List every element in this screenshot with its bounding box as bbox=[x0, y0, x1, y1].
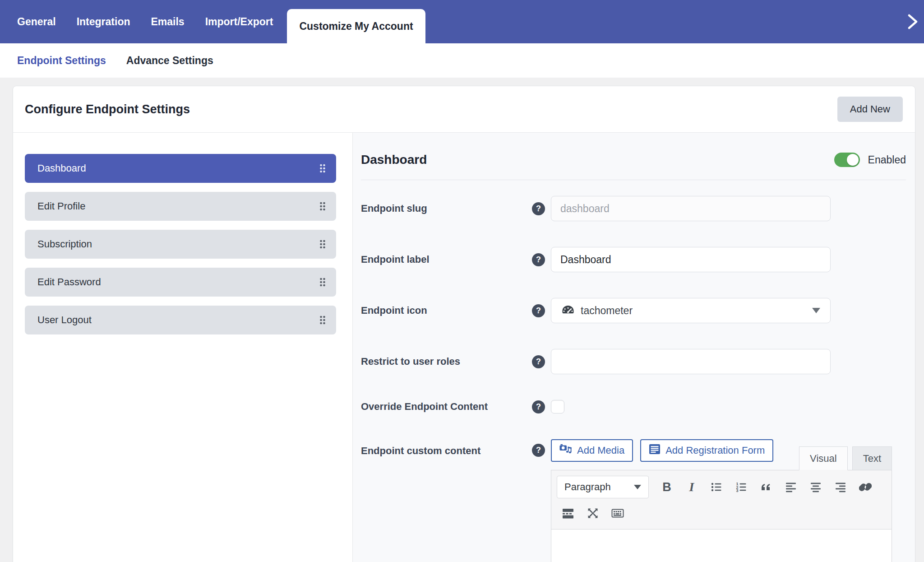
editor-toolbar: Paragraph B I 123 bbox=[551, 470, 892, 529]
add-media-label: Add Media bbox=[577, 445, 624, 456]
blockquote-icon[interactable] bbox=[755, 476, 777, 498]
help-icon[interactable]: ? bbox=[532, 202, 545, 215]
endpoint-item-label: Edit Password bbox=[37, 276, 101, 288]
drag-handle-icon[interactable] bbox=[319, 239, 326, 249]
tab-general[interactable]: General bbox=[17, 0, 56, 43]
form-list-icon bbox=[649, 443, 661, 458]
add-new-button[interactable]: Add New bbox=[837, 97, 903, 122]
endpoint-list: Dashboard Edit Profile Subscription bbox=[13, 133, 353, 562]
chevron-down-icon bbox=[812, 308, 820, 313]
editor-tab-visual[interactable]: Visual bbox=[799, 446, 848, 470]
page-title: Configure Endpoint Settings bbox=[25, 102, 190, 116]
help-icon[interactable]: ? bbox=[532, 400, 545, 413]
toggle-knob bbox=[847, 154, 859, 166]
subnav-advance-settings[interactable]: Advance Settings bbox=[126, 55, 213, 67]
page-background: Configure Endpoint Settings Add New Dash… bbox=[0, 78, 924, 562]
card-header: Configure Endpoint Settings Add New bbox=[13, 86, 915, 133]
field-label: Endpoint label bbox=[361, 254, 532, 265]
editor-content-area[interactable] bbox=[551, 529, 892, 562]
tab-integration[interactable]: Integration bbox=[77, 0, 130, 43]
endpoint-icon-select[interactable]: tachometer bbox=[551, 298, 831, 323]
endpoint-item-dashboard[interactable]: Dashboard bbox=[25, 154, 336, 183]
help-icon[interactable]: ? bbox=[532, 355, 545, 368]
endpoint-item-user-logout[interactable]: User Logout bbox=[25, 306, 336, 334]
numbered-list-icon[interactable]: 123 bbox=[730, 476, 753, 498]
field-label: Endpoint icon bbox=[361, 305, 532, 316]
field-row-endpoint-icon: Endpoint icon ? bbox=[361, 298, 906, 323]
link-icon[interactable] bbox=[854, 476, 877, 498]
top-nav-bar: General Integration Emails Import/Export… bbox=[0, 0, 924, 43]
field-label: Restrict to user roles bbox=[361, 356, 532, 367]
fullscreen-icon[interactable] bbox=[582, 502, 604, 525]
paragraph-dropdown[interactable]: Paragraph bbox=[557, 476, 649, 498]
endpoint-item-label: Edit Profile bbox=[37, 200, 85, 212]
chevron-right-icon[interactable] bbox=[907, 13, 919, 30]
panel-divider bbox=[361, 180, 906, 180]
field-row-endpoint-slug: Endpoint slug ? bbox=[361, 196, 906, 221]
add-registration-form-label: Add Registration Form bbox=[665, 445, 765, 456]
endpoint-title: Dashboard bbox=[361, 153, 427, 167]
drag-handle-icon[interactable] bbox=[319, 163, 326, 173]
chevron-down-icon bbox=[634, 485, 641, 489]
add-media-button[interactable]: Add Media bbox=[551, 439, 633, 462]
endpoint-item-label: User Logout bbox=[37, 314, 92, 326]
add-media-icon bbox=[559, 444, 572, 457]
endpoint-slug-input[interactable] bbox=[551, 196, 831, 221]
field-row-override-content: Override Endpoint Content ? bbox=[361, 400, 906, 413]
italic-button[interactable]: I bbox=[680, 476, 703, 498]
endpoint-settings-card: Configure Endpoint Settings Add New Dash… bbox=[13, 86, 915, 562]
read-more-tag-icon[interactable] bbox=[557, 502, 579, 525]
bulleted-list-icon[interactable] bbox=[705, 476, 728, 498]
field-label: Endpoint custom content bbox=[361, 439, 532, 457]
subnav-endpoint-settings[interactable]: Endpoint Settings bbox=[17, 55, 106, 67]
enabled-label: Enabled bbox=[868, 154, 906, 166]
field-label: Override Endpoint Content bbox=[361, 401, 532, 413]
tab-emails[interactable]: Emails bbox=[151, 0, 185, 43]
endpoint-item-subscription[interactable]: Subscription bbox=[25, 230, 336, 259]
endpoint-icon-value: tachometer bbox=[581, 305, 633, 317]
align-left-icon[interactable] bbox=[780, 476, 802, 498]
help-icon[interactable]: ? bbox=[532, 304, 545, 317]
sub-nav: Endpoint Settings Advance Settings bbox=[0, 43, 924, 78]
align-right-icon[interactable] bbox=[829, 476, 852, 498]
add-registration-form-button[interactable]: Add Registration Form bbox=[640, 439, 773, 462]
drag-handle-icon[interactable] bbox=[319, 315, 326, 325]
enabled-toggle[interactable] bbox=[834, 153, 860, 167]
field-label: Endpoint slug bbox=[361, 203, 532, 214]
wp-editor: Add Media bbox=[551, 439, 892, 562]
endpoint-item-label: Subscription bbox=[37, 238, 92, 250]
drag-handle-icon[interactable] bbox=[319, 201, 326, 211]
endpoint-label-input[interactable] bbox=[551, 247, 831, 272]
svg-text:3: 3 bbox=[736, 488, 739, 493]
endpoint-item-edit-profile[interactable]: Edit Profile bbox=[25, 192, 336, 221]
bold-button[interactable]: B bbox=[656, 476, 678, 498]
tab-customize-my-account[interactable]: Customize My Account bbox=[287, 9, 425, 43]
drag-handle-icon[interactable] bbox=[319, 277, 326, 287]
field-row-endpoint-label: Endpoint label ? bbox=[361, 247, 906, 272]
tab-import-export[interactable]: Import/Export bbox=[205, 0, 273, 43]
tachometer-icon bbox=[561, 304, 575, 317]
endpoint-item-edit-password[interactable]: Edit Password bbox=[25, 268, 336, 297]
field-row-restrict-roles: Restrict to user roles ? bbox=[361, 349, 906, 374]
restrict-roles-input[interactable] bbox=[551, 349, 831, 374]
keyboard-shortcuts-icon[interactable] bbox=[606, 502, 629, 525]
help-icon[interactable]: ? bbox=[532, 444, 545, 457]
endpoint-detail-panel: Dashboard Enabled Endpoint slug ? Endpoi… bbox=[353, 133, 915, 562]
endpoint-item-label: Dashboard bbox=[37, 163, 86, 174]
field-row-custom-content: Endpoint custom content ? bbox=[361, 439, 906, 562]
align-center-icon[interactable] bbox=[804, 476, 827, 498]
override-content-checkbox[interactable] bbox=[551, 400, 564, 413]
paragraph-label: Paragraph bbox=[564, 481, 611, 493]
help-icon[interactable]: ? bbox=[532, 253, 545, 266]
editor-tab-text[interactable]: Text bbox=[852, 446, 892, 470]
